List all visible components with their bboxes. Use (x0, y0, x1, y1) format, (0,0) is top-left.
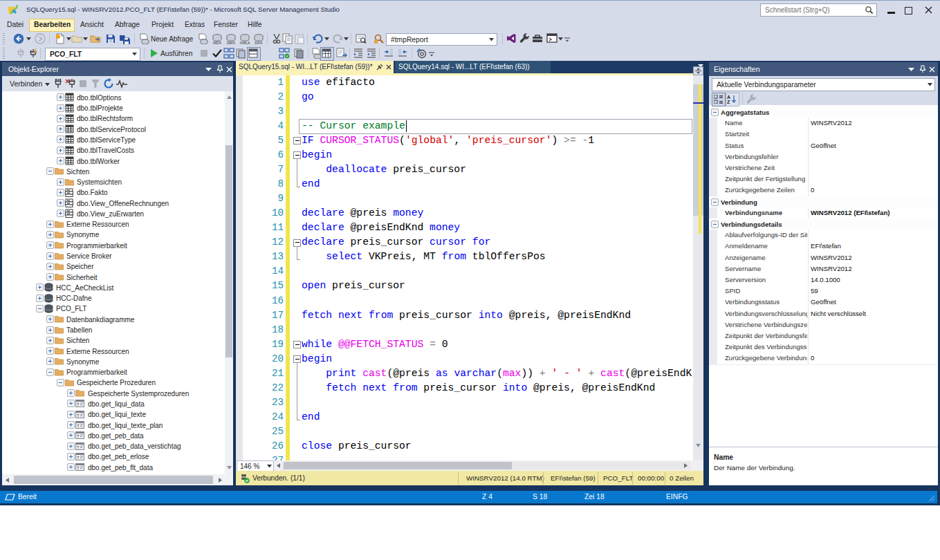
svg-text:MDX: MDX (213, 41, 222, 45)
svg-text:XMLA: XMLA (240, 41, 250, 45)
svg-text:Z: Z (727, 100, 730, 104)
svg-text:DAX: DAX (255, 41, 263, 45)
svg-text:A: A (727, 95, 730, 100)
svg-text:DMX: DMX (227, 41, 236, 45)
